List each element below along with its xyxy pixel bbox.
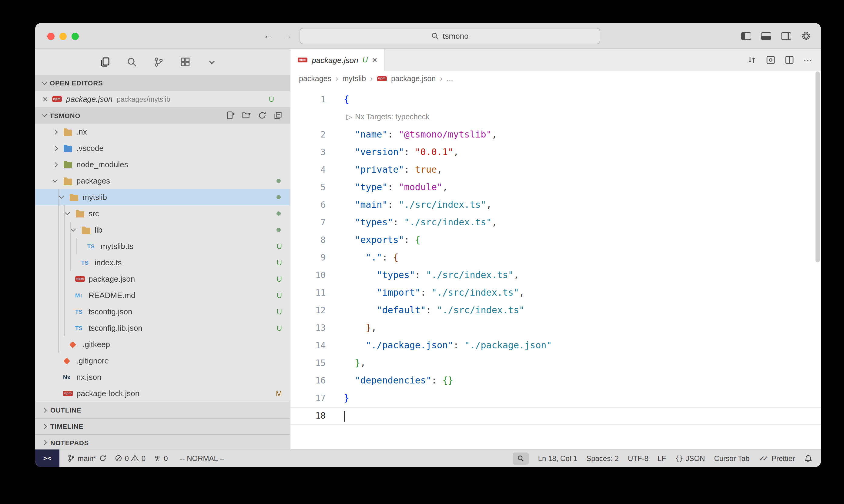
- tree-item-.nx[interactable]: .nx: [35, 124, 290, 140]
- breadcrumb-symbol[interactable]: ...: [447, 74, 453, 83]
- tree-item-packages[interactable]: packages: [35, 173, 290, 189]
- tree-item-label: mytslib.ts: [101, 242, 133, 251]
- timeline-section-header[interactable]: TIMELINE: [35, 418, 290, 434]
- zoom-indicator[interactable]: [513, 452, 529, 464]
- line-content: "default": "./src/index.ts": [326, 302, 524, 319]
- tab-package-json[interactable]: npm package.json U ×: [290, 49, 385, 71]
- toggle-panel-icon[interactable]: [761, 32, 771, 40]
- line-content: },: [326, 319, 377, 337]
- window-controls: [47, 33, 79, 40]
- source-control-icon[interactable]: [152, 57, 165, 67]
- code-line[interactable]: 18: [290, 407, 821, 425]
- explorer-section-header[interactable]: TSMONO: [35, 107, 290, 124]
- breadcrumb-mytslib[interactable]: mytslib: [342, 74, 366, 83]
- search-view-icon[interactable]: [125, 57, 138, 67]
- code-editor[interactable]: 1{▷Nx Targets: typecheck2 "name": "@tsmo…: [290, 87, 821, 449]
- line-content: "version": "0.0.1",: [326, 144, 459, 161]
- editor-scrollbar[interactable]: [815, 71, 820, 262]
- new-file-icon[interactable]: [226, 111, 235, 120]
- more-actions-icon[interactable]: ⋯: [803, 55, 812, 66]
- open-editors-header[interactable]: OPEN EDITORS: [35, 75, 290, 91]
- open-changes-icon[interactable]: [747, 55, 757, 65]
- nx-icon: Nx: [63, 374, 76, 380]
- code-line[interactable]: 5 "type": "module",: [290, 179, 821, 196]
- branch-status[interactable]: main*: [67, 454, 106, 463]
- outline-section-header[interactable]: OUTLINE: [35, 402, 290, 418]
- change-dot-badge: [276, 228, 281, 232]
- forward-button[interactable]: →: [282, 29, 292, 42]
- tree-item-.vscode[interactable]: .vscode: [35, 140, 290, 156]
- tree-item-node_modules[interactable]: node_modules: [35, 156, 290, 173]
- split-editor-icon[interactable]: [785, 55, 794, 65]
- toggle-primary-sidebar-icon[interactable]: [741, 32, 751, 40]
- code-line[interactable]: 12 "default": "./src/index.ts": [290, 302, 821, 319]
- close-window-button[interactable]: [47, 33, 55, 40]
- code-line[interactable]: 10 "types": "./src/index.ts",: [290, 267, 821, 284]
- eol-status[interactable]: LF: [657, 454, 666, 463]
- tree-item-label: tsconfig.json: [88, 307, 133, 316]
- extensions-icon[interactable]: [178, 57, 192, 67]
- formatter-status[interactable]: ✓✓ Prettier: [758, 454, 795, 463]
- tree-item-nx.json[interactable]: Nxnx.json: [35, 369, 290, 385]
- code-line[interactable]: 9 ".": {: [290, 249, 821, 267]
- code-line[interactable]: 3 "version": "0.0.1",: [290, 144, 821, 161]
- problems-status[interactable]: 0 0: [114, 454, 145, 463]
- line-content: "type": "module",: [326, 179, 448, 196]
- maximize-window-button[interactable]: [71, 33, 79, 40]
- notifications-bell-icon[interactable]: [804, 454, 812, 463]
- explorer-icon[interactable]: [98, 57, 111, 67]
- code-line[interactable]: 11 "import": "./src/index.ts",: [290, 284, 821, 302]
- close-editor-icon[interactable]: ×: [42, 95, 48, 103]
- code-line[interactable]: 14 "./package.json": "./package.json": [290, 337, 821, 354]
- back-button[interactable]: ←: [263, 29, 273, 42]
- cursor-tab-status[interactable]: Cursor Tab: [714, 454, 750, 463]
- code-line[interactable]: 1{: [290, 91, 821, 108]
- indentation-status[interactable]: Spaces: 2: [586, 454, 619, 463]
- cursor-position[interactable]: Ln 18, Col 1: [538, 454, 577, 463]
- open-editor-item[interactable]: × npm package.json packages/mytslib U: [35, 91, 290, 107]
- notepads-section-header[interactable]: NOTEPADS: [35, 434, 290, 449]
- line-content: "main": "./src/index.ts",: [326, 196, 492, 214]
- code-line[interactable]: 16 "dependencies": {}: [290, 372, 821, 390]
- tree-item-package.json[interactable]: npmpackage.jsonU: [35, 271, 290, 287]
- git-status-badge: U: [277, 242, 282, 251]
- collapse-folders-icon[interactable]: [273, 111, 282, 120]
- line-content: [326, 407, 344, 425]
- tree-item-label: packages: [76, 176, 110, 185]
- settings-gear-icon[interactable]: [801, 31, 811, 41]
- refresh-explorer-icon[interactable]: [258, 111, 267, 120]
- tree-item-tsconfig.lib.json[interactable]: TStsconfig.lib.jsonU: [35, 320, 290, 336]
- tree-item-tsconfig.json[interactable]: TStsconfig.jsonU: [35, 304, 290, 320]
- codelens-nx-targets[interactable]: ▷Nx Targets: typecheck: [346, 108, 430, 126]
- tree-item-lib[interactable]: lib: [35, 222, 290, 238]
- code-line[interactable]: 6 "main": "./src/index.ts",: [290, 196, 821, 214]
- tree-item-README.md[interactable]: M↓README.mdU: [35, 287, 290, 304]
- tree-item-.gitkeep[interactable]: .gitkeep: [35, 336, 290, 353]
- remote-indicator[interactable]: ><: [35, 449, 59, 467]
- code-line[interactable]: 4 "private": true,: [290, 161, 821, 179]
- code-line[interactable]: 17}: [290, 390, 821, 407]
- tree-item-mytslib.ts[interactable]: TSmytslib.tsU: [35, 238, 290, 254]
- command-center-search[interactable]: tsmono: [299, 28, 600, 44]
- code-line[interactable]: 8 "exports": {: [290, 231, 821, 249]
- language-mode[interactable]: {} JSON: [675, 454, 705, 463]
- tree-item-package-lock.json[interactable]: npmpackage-lock.jsonM: [35, 385, 290, 402]
- breadcrumb-packages[interactable]: packages: [299, 74, 331, 83]
- breadcrumb-file[interactable]: package.json: [391, 74, 436, 83]
- tree-item-.gitignore[interactable]: .gitignore: [35, 353, 290, 369]
- ports-status[interactable]: 0: [153, 454, 168, 463]
- open-preview-icon[interactable]: [766, 55, 775, 65]
- toggle-secondary-sidebar-icon[interactable]: [781, 32, 791, 40]
- encoding-status[interactable]: UTF-8: [628, 454, 649, 463]
- close-tab-icon[interactable]: ×: [372, 56, 377, 64]
- new-folder-icon[interactable]: [242, 111, 251, 120]
- minimize-window-button[interactable]: [59, 33, 67, 40]
- code-line[interactable]: 15 },: [290, 354, 821, 372]
- chevron-down-icon[interactable]: [205, 57, 218, 67]
- tree-item-src[interactable]: src: [35, 205, 290, 222]
- code-line[interactable]: 7 "types": "./src/index.ts",: [290, 214, 821, 231]
- code-line[interactable]: 13 },: [290, 319, 821, 337]
- tree-item-mytslib[interactable]: mytslib: [35, 189, 290, 205]
- tree-item-index.ts[interactable]: TSindex.tsU: [35, 254, 290, 271]
- code-line[interactable]: 2 "name": "@tsmono/mytslib",: [290, 126, 821, 144]
